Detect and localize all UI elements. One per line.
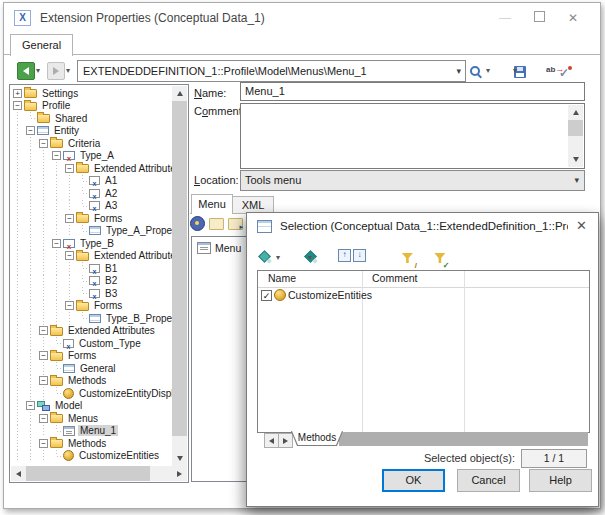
add-command-icon[interactable] xyxy=(190,216,205,231)
scroll-up-icon[interactable] xyxy=(172,86,187,101)
column-comment[interactable]: Comment xyxy=(372,272,418,284)
row-checkbox[interactable]: ✓ xyxy=(261,290,272,301)
find-menu-icon[interactable]: ▾ xyxy=(486,66,490,75)
save-menu-icon[interactable]: ▾ xyxy=(513,66,517,75)
collapse-icon[interactable]: − xyxy=(39,376,48,385)
collapse-icon[interactable]: − xyxy=(39,414,48,423)
tree-item-extended-attributes[interactable]: −Extended Attributes xyxy=(11,325,172,338)
collapse-icon[interactable]: − xyxy=(65,251,74,260)
tab-methods[interactable]: Methods xyxy=(292,431,342,445)
collapse-icon[interactable]: − xyxy=(26,126,35,135)
deselect-menu-icon[interactable]: ▾ xyxy=(308,253,312,262)
scroll-up-icon[interactable] xyxy=(568,105,583,120)
tree-item-custom-type[interactable]: Custom_Type xyxy=(11,337,172,350)
location-dropdown[interactable]: Tools menu ▾ xyxy=(240,170,585,191)
tree-item-a3[interactable]: A3 xyxy=(11,200,172,213)
forward-menu-icon[interactable]: ▾ xyxy=(66,66,70,75)
collapse-icon[interactable]: − xyxy=(39,326,48,335)
tab-scroll-left-icon[interactable] xyxy=(264,433,279,448)
collapse-icon[interactable]: − xyxy=(39,351,48,360)
tree-item-customizeentities[interactable]: CustomizeEntities xyxy=(11,450,172,463)
add-separator-icon[interactable] xyxy=(209,218,224,230)
tab-scroll-right-icon[interactable] xyxy=(278,433,293,448)
tree-item-type-b-properties[interactable]: Type_B_Properties xyxy=(11,312,172,325)
tab-general[interactable]: General xyxy=(10,34,73,56)
scrollbar-thumb[interactable] xyxy=(26,466,150,481)
column-name[interactable]: Name xyxy=(268,272,296,284)
forward-button[interactable] xyxy=(47,62,65,80)
move-up-icon[interactable]: ↑ xyxy=(338,249,351,262)
ok-button[interactable]: OK xyxy=(382,469,445,492)
tree-item-b3[interactable]: B3 xyxy=(11,287,172,300)
tree-item-type-a-properties[interactable]: Type_A_Properties xyxy=(11,225,172,238)
collapse-icon[interactable]: − xyxy=(65,164,74,173)
tree-item-forms[interactable]: −Forms xyxy=(11,300,172,313)
tree-item-extended-attributes[interactable]: −Extended Attributes xyxy=(11,250,172,263)
help-button[interactable]: Help xyxy=(529,469,592,492)
collapse-icon[interactable]: − xyxy=(26,401,35,410)
collapse-icon[interactable]: − xyxy=(13,101,22,110)
scroll-down-icon[interactable] xyxy=(568,152,583,167)
tree-item-forms[interactable]: −Forms xyxy=(11,212,172,225)
select-menu-icon[interactable]: ▾ xyxy=(276,253,280,262)
maximize-icon[interactable] xyxy=(522,11,556,25)
cancel-button[interactable]: Cancel xyxy=(457,469,520,492)
tree-item-model[interactable]: −Model xyxy=(11,400,172,413)
scroll-left-icon[interactable] xyxy=(11,466,26,481)
tree-item-type-b[interactable]: −Type_B xyxy=(11,237,172,250)
close-icon[interactable]: ✕ xyxy=(576,218,587,233)
tree-item-profile[interactable]: −Profile xyxy=(11,100,172,113)
path-combobox[interactable]: EXTENDEDDEFINITION_1::Profile\Model\Menu… xyxy=(77,60,466,82)
define-filter-icon[interactable]: / xyxy=(402,249,413,267)
back-menu-icon[interactable]: ▾ xyxy=(36,66,40,75)
table-row[interactable]: ✓CustomizeEntities xyxy=(258,288,589,302)
scroll-right-icon[interactable] xyxy=(172,466,187,481)
tree-guide xyxy=(63,225,76,238)
close-icon[interactable]: ✕ xyxy=(556,11,590,25)
tree-item-methods[interactable]: −Methods xyxy=(11,437,172,450)
chevron-down-icon[interactable]: ▾ xyxy=(456,61,461,81)
collapse-icon[interactable]: − xyxy=(52,151,61,160)
tab-menu[interactable]: Menu xyxy=(191,194,233,214)
collapse-icon[interactable]: − xyxy=(65,214,74,223)
scrollbar-thumb[interactable] xyxy=(568,120,583,136)
tree-item-type-a[interactable]: −Type_A xyxy=(11,150,172,163)
tree-item-menus[interactable]: −Menus xyxy=(11,412,172,425)
tree-item-b1[interactable]: B1 xyxy=(11,262,172,275)
tree-item-a1[interactable]: A1 xyxy=(11,175,172,188)
tree-item-entity[interactable]: −Entity xyxy=(11,125,172,138)
move-down-icon[interactable]: ↓ xyxy=(353,249,366,262)
comment-textarea[interactable] xyxy=(240,103,585,169)
tree-item-a2[interactable]: A2 xyxy=(11,187,172,200)
collapse-icon[interactable]: − xyxy=(65,301,74,310)
add-submenu-icon[interactable] xyxy=(228,218,243,230)
tree-item-extended-attributes[interactable]: −Extended Attributes xyxy=(11,162,172,175)
tree-item-customizeentitydisplay[interactable]: CustomizeEntityDisplay xyxy=(11,387,172,400)
menu-root-item[interactable]: Menu xyxy=(197,242,241,254)
tree-item-criteria[interactable]: −Criteria xyxy=(11,137,172,150)
compare-icon[interactable]: ab xyxy=(546,63,564,76)
find-icon[interactable] xyxy=(469,65,482,78)
tree-item-menu-1[interactable]: Menu_1 xyxy=(11,425,172,438)
scroll-down-icon[interactable] xyxy=(172,451,187,466)
apply-filter-icon[interactable]: ✓ xyxy=(434,249,445,267)
tree-item-settings[interactable]: +Settings xyxy=(11,87,172,100)
tree-item-forms[interactable]: −Forms xyxy=(11,350,172,363)
tree-item-methods[interactable]: −Methods xyxy=(11,375,172,388)
tree-horizontal-scrollbar[interactable] xyxy=(11,466,187,481)
select-all-icon[interactable] xyxy=(259,251,271,263)
collapse-icon[interactable]: − xyxy=(39,139,48,148)
minimize-icon[interactable]: — xyxy=(488,11,522,25)
comment-scrollbar[interactable] xyxy=(568,105,583,167)
collapse-icon[interactable]: − xyxy=(52,239,61,248)
tree-item-b2[interactable]: B2 xyxy=(11,275,172,288)
collapse-icon[interactable]: − xyxy=(39,439,48,448)
name-input[interactable]: Menu_1 xyxy=(240,82,585,101)
scrollbar-thumb[interactable] xyxy=(172,101,187,436)
expand-icon[interactable]: + xyxy=(13,89,22,98)
tree-vertical-scrollbar[interactable] xyxy=(172,86,187,466)
back-button[interactable] xyxy=(17,62,35,80)
tree-guide xyxy=(37,300,50,313)
tree-item-shared[interactable]: Shared xyxy=(11,112,172,125)
tree-item-general[interactable]: General xyxy=(11,362,172,375)
